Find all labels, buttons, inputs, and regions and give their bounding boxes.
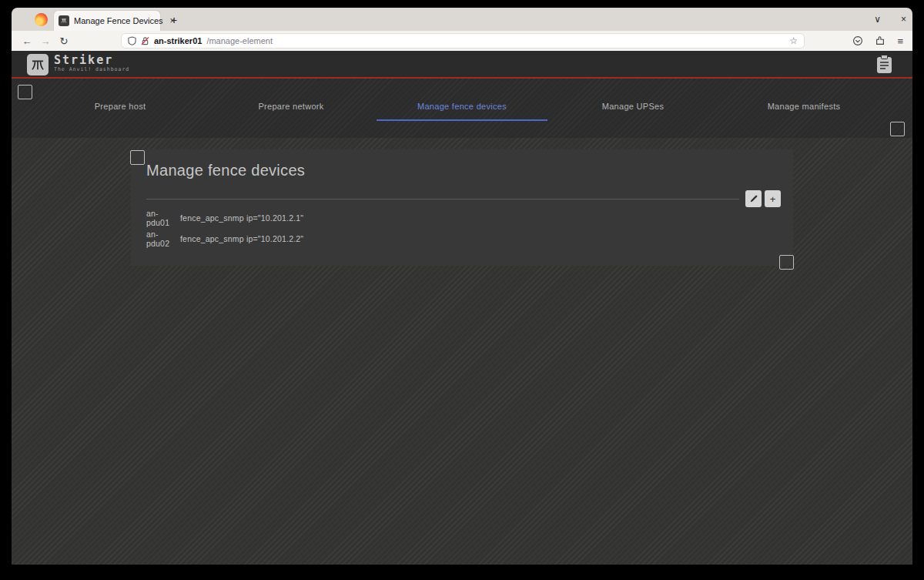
browser-window: Manage Fence Devices × + ∨ × ← → ↻ an-st…	[12, 8, 912, 565]
url-bar[interactable]: an-striker01/manage-element ☆	[121, 33, 805, 49]
fence-device-spec: fence_apc_snmp ip="10.201.2.2"	[180, 234, 303, 243]
url-path: /manage-element	[206, 36, 273, 45]
url-host: an-striker01	[154, 36, 202, 45]
browser-tab[interactable]: Manage Fence Devices ×	[54, 11, 160, 31]
pencil-icon	[749, 194, 758, 203]
list-tabs-icon[interactable]: ∨	[874, 14, 881, 25]
bookmark-star-icon[interactable]: ☆	[789, 35, 798, 46]
tracking-shield-icon[interactable]	[128, 36, 136, 45]
extensions-icon[interactable]	[875, 35, 886, 46]
tab-prepare-network[interactable]: Prepare network	[206, 92, 377, 121]
brand-name: Striker	[54, 53, 129, 67]
reload-icon[interactable]: ↻	[55, 35, 73, 47]
forward-icon[interactable]: →	[36, 35, 55, 47]
browser-titlebar: Manage Fence Devices × + ∨ ×	[12, 8, 912, 31]
new-tab-button[interactable]: +	[166, 12, 182, 28]
panel-corner-bracket	[779, 255, 794, 270]
nav-tabs: Prepare host Prepare network Manage fenc…	[35, 92, 889, 121]
tab-title: Manage Fence Devices	[74, 16, 163, 25]
fence-device-spec: fence_apc_snmp ip="10.201.2.1"	[180, 213, 303, 223]
tab-manage-upses[interactable]: Manage UPSes	[547, 92, 718, 121]
insecure-lock-icon[interactable]	[141, 36, 149, 45]
nav-corner-bracket	[18, 85, 32, 99]
pocket-icon[interactable]	[852, 35, 863, 46]
fence-device-name: an-pdu02	[146, 230, 180, 248]
tab-prepare-host[interactable]: Prepare host	[35, 92, 206, 121]
striker-header: Striker The Anvil! dashboard	[12, 51, 912, 79]
fence-devices-panel: Manage fence devices + an-pdu01 fence_ap…	[131, 149, 793, 266]
element-nav-bar: Prepare host Prepare network Manage fenc…	[12, 79, 912, 138]
fence-device-name: an-pdu01	[146, 209, 180, 227]
tab-manage-manifests[interactable]: Manage manifests	[718, 92, 889, 121]
fence-device-row[interactable]: an-pdu02 fence_apc_snmp ip="10.201.2.2"	[146, 228, 778, 249]
striker-logo-icon	[27, 54, 49, 75]
panel-corner-bracket	[130, 150, 145, 165]
add-fence-device-button[interactable]: +	[765, 190, 781, 207]
nav-corner-bracket	[890, 122, 905, 136]
window-close-icon[interactable]: ×	[901, 14, 906, 25]
panel-toolbar: +	[146, 190, 781, 207]
brand-block: Striker The Anvil! dashboard	[54, 53, 129, 72]
firefox-logo-icon[interactable]	[35, 13, 48, 26]
divider	[146, 199, 739, 199]
menu-hamburger-icon[interactable]: ≡	[897, 35, 903, 47]
back-icon[interactable]: ←	[18, 35, 36, 47]
striker-favicon-icon	[59, 15, 69, 26]
fence-device-row[interactable]: an-pdu01 fence_apc_snmp ip="10.201.2.1"	[146, 207, 778, 228]
tasks-clipboard-icon[interactable]	[876, 55, 892, 74]
edit-fence-devices-button[interactable]	[745, 190, 762, 207]
panel-title: Manage fence devices	[131, 149, 793, 179]
tab-manage-fence-devices[interactable]: Manage fence devices	[377, 92, 547, 121]
brand-tagline: The Anvil! dashboard	[54, 66, 129, 72]
plus-icon: +	[770, 193, 776, 205]
browser-toolbar: ← → ↻ an-striker01/manage-element ☆ ≡	[12, 31, 912, 51]
page-content: Manage fence devices + an-pdu01 fence_ap…	[12, 138, 912, 565]
